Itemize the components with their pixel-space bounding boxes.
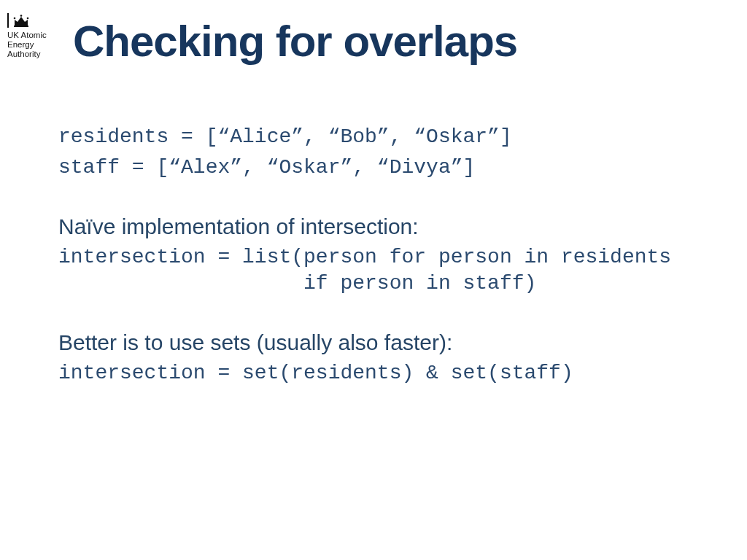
svg-point-1: [20, 15, 23, 17]
crown-icon: [7, 13, 58, 28]
prose-naive: Naïve implementation of intersection:: [58, 214, 703, 240]
org-name: UK Atomic Energy Authority: [7, 31, 58, 60]
code-naive-line1: intersection = list(person for person in…: [58, 244, 703, 271]
code-residents: residents = [“Alice”, “Bob”, “Oskar”]: [58, 124, 703, 150]
prose-better: Better is to use sets (usually also fast…: [58, 330, 703, 356]
org-name-line3: Authority: [7, 50, 58, 59]
org-name-line2: Energy: [7, 40, 58, 50]
code-staff: staff = [“Alex”, “Oskar”, “Divya”]: [58, 155, 703, 181]
svg-point-0: [14, 18, 16, 20]
org-name-line1: UK Atomic: [7, 31, 58, 40]
svg-point-2: [27, 18, 29, 20]
slide-title: Checking for overlaps: [73, 16, 517, 66]
slide-body: residents = [“Alice”, “Bob”, “Oskar”] st…: [58, 124, 703, 386]
org-logo: UK Atomic Energy Authority: [7, 13, 58, 60]
code-naive-line2: if person in staff): [58, 271, 703, 297]
svg-rect-3: [14, 26, 28, 27]
code-sets: intersection = set(residents) & set(staf…: [58, 360, 703, 386]
slide: UK Atomic Energy Authority Checking for …: [0, 0, 747, 560]
